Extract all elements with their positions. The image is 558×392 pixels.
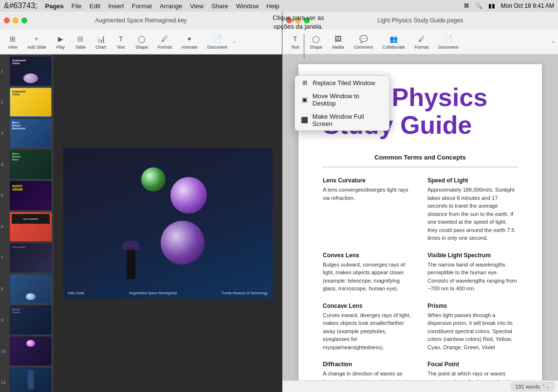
view-icon: ⊞	[8, 34, 18, 44]
term-desc-7: A change in direction of waves as they p…	[323, 370, 413, 380]
slide-number-4: 4	[1, 162, 3, 167]
maximize-button[interactable]	[21, 18, 27, 23]
toolbar-animate[interactable]: ✦ Animate	[178, 32, 202, 52]
keynote-title: Augmented Space Reimagined.key	[95, 17, 186, 24]
replace-tiled-icon: ⊞	[301, 79, 309, 87]
word-count-badge[interactable]: 191 words ⌃⌄	[511, 382, 554, 391]
text-icon: T	[116, 34, 126, 44]
play-icon: ▶	[56, 34, 66, 44]
shape-pages-icon: ◯	[311, 34, 321, 44]
apple-menu[interactable]: &#63743;	[4, 1, 37, 10]
toolbar-format[interactable]: 🖊 Format	[154, 32, 176, 52]
current-slide[interactable]: Kate Grela Augmented Space Reimagined Fu…	[63, 148, 273, 299]
toolbar-comment[interactable]: 💬 Comment	[350, 32, 377, 52]
slide-thumb-1[interactable]: AugmentedVirtual	[10, 56, 52, 86]
menu-format[interactable]: Format	[132, 2, 152, 10]
word-count-chevron: ⌃⌄	[542, 384, 550, 389]
format-icon: 🖊	[160, 34, 169, 44]
make-fullscreen-item[interactable]: ⬛ Make Window Full Screen	[295, 110, 389, 130]
close-button[interactable]	[4, 18, 10, 23]
menu-insert[interactable]: Insert	[108, 2, 124, 10]
toolbar-play[interactable]: ▶ Play	[52, 32, 70, 52]
text-pages-icon: T	[290, 34, 300, 44]
toolbar-text-pages[interactable]: T Text	[286, 32, 304, 52]
term-desc-2: Approximately 186,000mi/s. Sunlight take…	[428, 186, 518, 242]
app-name[interactable]: Pages	[45, 2, 64, 10]
move-desktop-label: Move Window to Desktop	[313, 92, 383, 107]
pages-statusbar: 191 words ⌃⌄	[282, 380, 558, 392]
fullscreen-icon: ⬛	[301, 116, 308, 124]
menu-bar-right: ⌘ 🔍 ▮▮ Mon Oct 18 9:41 AM	[464, 2, 554, 9]
menu-arrange[interactable]: Arrange	[160, 2, 182, 10]
slide-number-3: 3	[1, 131, 3, 136]
comment-icon: 💬	[358, 34, 368, 44]
toolbar-media[interactable]: 🖼 Media	[328, 32, 348, 52]
term-diffraction: Diffraction A change in direction of wav…	[323, 361, 413, 380]
slide-thumb-10[interactable]	[10, 337, 52, 366]
slide-thumb-4[interactable]: Micro-Electro-Mech	[10, 150, 52, 179]
menu-view[interactable]: View	[190, 2, 204, 10]
term-convex-lens: Convex Lens Bulges outward, converges ra…	[323, 252, 413, 293]
slide-number-10: 10	[1, 349, 6, 354]
menu-file[interactable]: File	[72, 2, 82, 10]
slide-number-11: 11	[1, 380, 6, 385]
slide-thumb-11[interactable]	[10, 368, 52, 392]
toolbar-shape[interactable]: ◯ Shape	[131, 32, 152, 52]
slide-thumb-2[interactable]: AugmentedVirtual	[10, 88, 52, 117]
menu-edit[interactable]: Edit	[90, 2, 100, 10]
term-lens-curvature: Lens Curvature A lens converges/diverges…	[323, 177, 413, 242]
toolbar-format-pages[interactable]: 🖊 Format	[411, 32, 433, 52]
menu-bar: &#63743; Pages File Edit Insert Format A…	[0, 0, 558, 12]
term-title-7: Diffraction	[323, 361, 413, 368]
toolbar-chart[interactable]: 📊 Chart	[92, 32, 110, 52]
keynote-toolbar: ⊞ View ＋ Add Slide ▶ Play ⊟ Table 📊 Char…	[0, 29, 282, 54]
doc-divider	[323, 167, 518, 167]
minimize-button[interactable]	[13, 18, 19, 23]
pages-close-button[interactable]	[286, 18, 292, 23]
slide-thumb-3[interactable]: Micro-Electro-Mechanical	[10, 119, 52, 148]
pages-toolbar-more[interactable]: »	[552, 39, 554, 44]
slide-number-8: 8	[1, 286, 3, 291]
replace-tiled-window-item[interactable]: ⊞ Replace Tiled Window	[295, 76, 389, 89]
menu-share[interactable]: Share	[211, 2, 228, 10]
toolbar-document[interactable]: 📄 Document	[204, 32, 231, 52]
toolbar-more[interactable]: »	[233, 39, 236, 44]
media-icon: 🖼	[333, 34, 343, 44]
term-desc-6: When light passes through a dispersive p…	[428, 311, 518, 352]
term-desc-1: A lens converges/diverges light rays via…	[323, 186, 413, 202]
pages-window: Light Physics Study Guide.pages T Text ◯…	[282, 12, 558, 392]
split-container: Augmented Space Reimagined.key ⊞ View ＋ …	[0, 12, 558, 392]
toolbar-view[interactable]: ⊞ View	[4, 32, 21, 52]
window-options-dropdown: ⊞ Replace Tiled Window ▣ Move Window to …	[295, 75, 390, 131]
pages-maximize-button[interactable]	[304, 18, 310, 23]
terms-grid: Lens Curvature A lens converges/diverges…	[323, 177, 518, 380]
slide-panel[interactable]: 1 AugmentedVirtual 2 AugmentedVirtual 3	[0, 54, 54, 392]
tooltip-line	[304, 34, 304, 58]
search-icon[interactable]: 🔍	[475, 2, 483, 9]
fullscreen-label: Make Window Full Screen	[312, 113, 383, 127]
toolbar-table[interactable]: ⊟ Table	[72, 32, 90, 52]
slide-number-6: 6	[1, 224, 3, 229]
term-title-3: Convex Lens	[323, 252, 413, 259]
table-icon: ⊟	[75, 34, 85, 44]
move-window-to-desktop-item[interactable]: ▣ Move Window to Desktop	[295, 89, 389, 110]
toolbar-collaborate[interactable]: 👥 Collaborate	[379, 32, 409, 52]
slide-thumb-5[interactable]: HUGOGRAM	[10, 181, 52, 210]
slide-thumb-8[interactable]	[10, 274, 52, 303]
menu-window[interactable]: Window	[236, 2, 259, 10]
pages-minimize-button[interactable]	[295, 18, 301, 23]
toolbar-text[interactable]: T Text	[112, 32, 130, 52]
slide-thumb-7[interactable]: Grid content	[10, 243, 52, 272]
slide-thumb-9[interactable]: MovingFrames	[10, 305, 52, 335]
keynote-titlebar: Augmented Space Reimagined.key	[0, 12, 282, 29]
menu-help[interactable]: Help	[266, 2, 279, 10]
toolbar-shape-pages[interactable]: ◯ Shape	[306, 32, 326, 52]
move-desktop-icon: ▣	[301, 96, 309, 104]
pages-title: Light Physics Study Guide.pages	[377, 17, 463, 24]
toolbar-document-pages[interactable]: 📄 Document	[434, 32, 462, 52]
replace-tiled-label: Replace Tiled Window	[313, 79, 375, 87]
toolbar-add-slide[interactable]: ＋ Add Slide	[23, 32, 50, 52]
term-title-5: Concave Lens	[323, 303, 413, 309]
slide-thumb-6[interactable]: Lens Systems	[10, 212, 52, 241]
format-pages-icon: 🖊	[417, 34, 427, 44]
